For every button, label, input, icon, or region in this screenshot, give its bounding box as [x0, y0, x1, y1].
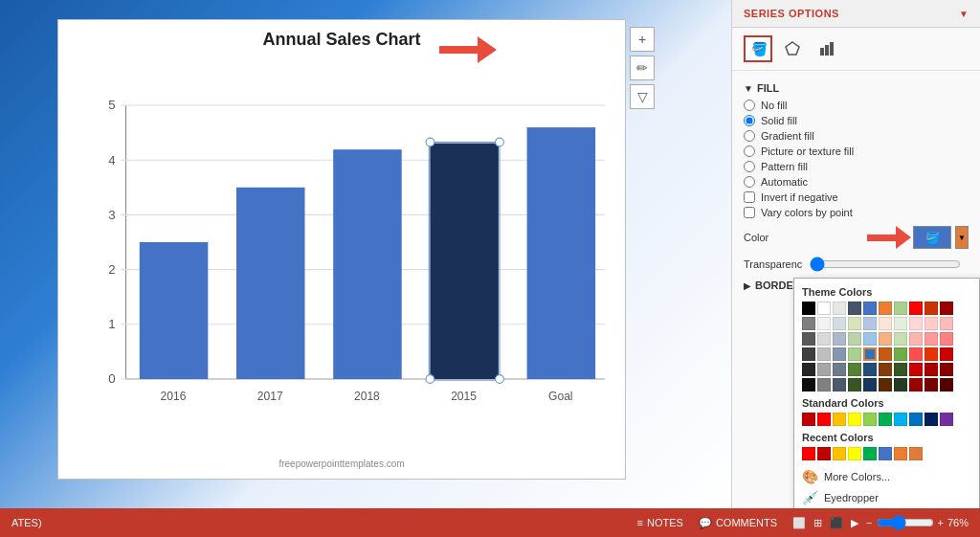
gradient-fill-radio[interactable]	[744, 130, 755, 142]
pentagon-icon-button[interactable]	[778, 35, 807, 62]
theme-swatch[interactable]	[863, 378, 877, 392]
pattern-fill-radio[interactable]	[744, 161, 755, 172]
theme-swatch[interactable]	[802, 302, 815, 315]
theme-swatch[interactable]	[833, 302, 846, 315]
fill-icon-button[interactable]: 🪣	[744, 35, 772, 62]
comments-button[interactable]: 💬 COMMENTS	[699, 517, 777, 529]
picture-fill-option[interactable]: Picture or texture fill	[744, 145, 969, 157]
theme-swatch[interactable]	[924, 347, 938, 361]
theme-swatch[interactable]	[894, 378, 907, 392]
theme-swatch[interactable]	[848, 317, 861, 330]
transparency-slider[interactable]	[810, 257, 961, 272]
standard-swatch[interactable]	[940, 413, 953, 426]
theme-swatch[interactable]	[879, 363, 892, 376]
theme-swatch[interactable]	[940, 347, 953, 361]
standard-swatch[interactable]	[848, 413, 861, 426]
bar-2016[interactable]	[140, 242, 209, 379]
eyedropper-button[interactable]: 💉 Eyedropper	[802, 487, 971, 508]
theme-swatch[interactable]	[940, 317, 953, 330]
fill-triangle[interactable]: ▼	[744, 83, 753, 94]
theme-swatch[interactable]	[894, 347, 907, 361]
theme-swatch[interactable]	[909, 363, 923, 376]
theme-swatch[interactable]	[909, 347, 923, 361]
pattern-fill-option[interactable]: Pattern fill	[744, 161, 969, 172]
theme-swatch[interactable]	[924, 302, 938, 315]
theme-swatch-selected[interactable]	[863, 347, 877, 361]
theme-swatch[interactable]	[817, 363, 831, 376]
theme-swatch[interactable]	[909, 302, 923, 315]
theme-swatch[interactable]	[924, 317, 938, 330]
no-fill-option[interactable]: No fill	[744, 100, 969, 111]
theme-swatch[interactable]	[940, 363, 953, 376]
recent-swatch[interactable]	[802, 447, 815, 460]
standard-swatch[interactable]	[863, 413, 877, 426]
theme-swatch[interactable]	[848, 302, 861, 315]
bar-chart[interactable]: 0 1 2 3 4 5 2016	[68, 57, 615, 469]
vary-colors-checkbox[interactable]	[744, 207, 755, 218]
theme-swatch[interactable]	[833, 363, 846, 376]
theme-swatch[interactable]	[924, 332, 938, 346]
standard-swatch[interactable]	[909, 413, 923, 426]
recent-swatch[interactable]	[863, 447, 877, 460]
invert-neg-option[interactable]: Invert if negative	[744, 191, 969, 203]
standard-swatch[interactable]	[817, 413, 831, 426]
zoom-out-button[interactable]: −	[866, 517, 872, 528]
theme-swatch[interactable]	[879, 332, 892, 346]
automatic-option[interactable]: Automatic	[744, 176, 969, 188]
theme-swatch[interactable]	[909, 317, 923, 330]
automatic-radio[interactable]	[744, 176, 755, 188]
add-element-button[interactable]: +	[630, 27, 655, 52]
standard-swatch[interactable]	[802, 413, 815, 426]
theme-swatch[interactable]	[879, 378, 892, 392]
color-dropdown-button[interactable]: ▼	[955, 226, 969, 249]
theme-swatch[interactable]	[848, 332, 861, 346]
more-colors-button[interactable]: 🎨 More Colors...	[802, 466, 971, 487]
invert-neg-checkbox[interactable]	[744, 191, 755, 203]
theme-swatch[interactable]	[894, 317, 907, 330]
picture-fill-radio[interactable]	[744, 145, 755, 157]
theme-swatch[interactable]	[802, 317, 815, 330]
theme-swatch[interactable]	[848, 378, 861, 392]
solid-fill-radio[interactable]	[744, 115, 755, 126]
solid-fill-option[interactable]: Solid fill	[744, 115, 969, 126]
theme-swatch[interactable]	[909, 332, 923, 346]
theme-swatch[interactable]	[848, 363, 861, 376]
zoom-in-button[interactable]: +	[938, 517, 944, 528]
theme-swatch[interactable]	[802, 363, 815, 376]
theme-swatch[interactable]	[863, 363, 877, 376]
standard-swatch[interactable]	[833, 413, 846, 426]
theme-swatch[interactable]	[863, 332, 877, 346]
theme-swatch[interactable]	[817, 332, 831, 346]
brush-button[interactable]: ✏	[630, 56, 655, 80]
notes-button[interactable]: ≡ NOTES	[637, 517, 683, 528]
theme-swatch[interactable]	[894, 332, 907, 346]
bar-2018[interactable]	[333, 149, 402, 379]
recent-swatch[interactable]	[833, 447, 846, 460]
theme-swatch[interactable]	[879, 317, 892, 330]
recent-swatch[interactable]	[848, 447, 861, 460]
panel-dropdown-arrow[interactable]: ▼	[959, 9, 969, 19]
theme-swatch[interactable]	[817, 317, 831, 330]
theme-swatch[interactable]	[833, 347, 846, 361]
theme-swatch[interactable]	[848, 347, 861, 361]
recent-swatch[interactable]	[879, 447, 892, 460]
vary-colors-option[interactable]: Vary colors by point	[744, 207, 969, 218]
theme-swatch[interactable]	[940, 302, 953, 315]
theme-swatch[interactable]	[802, 332, 815, 346]
theme-swatch[interactable]	[909, 378, 923, 392]
theme-swatch[interactable]	[863, 317, 877, 330]
theme-swatch[interactable]	[879, 347, 892, 361]
theme-swatch[interactable]	[924, 363, 938, 376]
theme-swatch[interactable]	[817, 378, 831, 392]
bar-2015[interactable]	[430, 144, 499, 379]
reading-view-button[interactable]: ⬛	[830, 517, 843, 529]
no-fill-radio[interactable]	[744, 100, 755, 111]
standard-swatch[interactable]	[894, 413, 907, 426]
filter-button[interactable]: ▽	[630, 84, 655, 109]
grid-view-button[interactable]: ⊞	[813, 517, 822, 529]
gradient-fill-option[interactable]: Gradient fill	[744, 130, 969, 142]
bar-chart-icon-button[interactable]	[813, 35, 841, 62]
recent-swatch[interactable]	[894, 447, 907, 460]
theme-swatch[interactable]	[817, 302, 831, 315]
theme-swatch[interactable]	[894, 363, 907, 376]
